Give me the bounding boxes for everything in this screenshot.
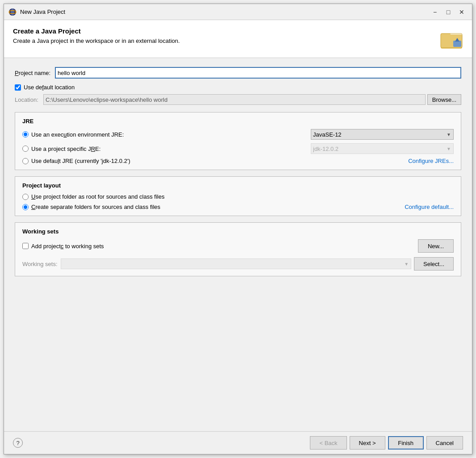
project-layout-section: Project layout Use project folder as roo…: [15, 176, 461, 216]
layout-option2-row: Create separate folders for sources and …: [22, 204, 454, 210]
configure-default-link[interactable]: Configure default...: [405, 204, 454, 210]
add-working-sets-label: Add projectc to working sets: [31, 243, 104, 250]
new-working-set-button[interactable]: New...: [418, 239, 454, 253]
add-working-sets-checkbox-row: Add projectc to working sets: [22, 243, 418, 250]
location-input[interactable]: [43, 94, 426, 105]
jre-option3-row: Use default JRE (currently 'jdk-12.0.2')…: [22, 158, 454, 164]
dialog-title: Create a Java Project: [13, 27, 180, 35]
location-label: Location:: [15, 96, 42, 103]
help-button[interactable]: ?: [13, 438, 23, 448]
svg-rect-6: [453, 41, 461, 47]
titlebar-controls: − □ ✕: [429, 7, 468, 17]
jre-option2-radio[interactable]: [22, 146, 29, 152]
dialog-subtitle: Create a Java project in the workspace o…: [13, 37, 180, 44]
working-sets-select-wrapper: ▼: [61, 258, 411, 269]
svg-rect-4: [441, 33, 451, 37]
use-default-location-row: Use default location: [15, 84, 461, 91]
layout-option1-radio[interactable]: [22, 194, 29, 200]
jre-option1-row: Use an execution environment JRE: JavaSE…: [22, 129, 454, 140]
jre-option2-label: Use a project specific JRE:: [31, 146, 311, 152]
jre-section-title: JRE: [22, 118, 454, 125]
project-name-row: Project name:: [15, 67, 461, 79]
use-default-location-checkbox[interactable]: [15, 84, 21, 91]
layout-option1-row: Use project folder as root for sources a…: [22, 193, 454, 200]
svg-point-1: [11, 8, 14, 16]
add-working-sets-row: Add projectc to working sets New...: [22, 239, 454, 253]
jre-option3-radio[interactable]: [22, 158, 29, 164]
project-name-input[interactable]: [55, 67, 461, 79]
titlebar: New Java Project − □ ✕: [4, 4, 472, 20]
jre-env-select[interactable]: JavaSE-12 JavaSE-11 JavaSE-8: [311, 129, 454, 140]
layout-option2-radio[interactable]: [22, 204, 29, 210]
project-name-label: Project name:: [15, 70, 55, 76]
location-row: Location: Browse...: [15, 94, 461, 105]
working-sets-section: Working sets Add projectc to working set…: [15, 222, 461, 276]
window-title: New Java Project: [20, 8, 65, 15]
close-button[interactable]: ✕: [456, 7, 468, 17]
add-working-sets-checkbox[interactable]: [22, 243, 29, 249]
new-java-project-dialog: New Java Project − □ ✕ Create a Java Pro…: [4, 4, 472, 454]
working-sets-select: [61, 258, 411, 269]
maximize-button[interactable]: □: [443, 7, 454, 17]
jre-specific-select: jdk-12.0.2: [311, 143, 454, 154]
working-sets-row: Working sets: ▼ Select...: [22, 257, 454, 271]
use-default-location-label: Use default location: [24, 84, 75, 91]
back-button[interactable]: < Back: [310, 436, 347, 450]
jre-option3-label: Use default JRE (currently 'jdk-12.0.2'): [31, 158, 408, 164]
working-sets-title: Working sets: [22, 228, 454, 235]
finish-button[interactable]: Finish: [388, 436, 424, 450]
jre-env-select-wrapper: JavaSE-12 JavaSE-11 JavaSE-8 ▼: [311, 129, 454, 140]
next-button[interactable]: Next >: [350, 436, 385, 450]
configure-jres-link[interactable]: Configure JREs...: [408, 158, 454, 164]
browse-button[interactable]: Browse...: [427, 94, 461, 105]
working-sets-label: Working sets:: [22, 261, 58, 267]
dialog-content: Project name: Use default location Locat…: [4, 58, 472, 431]
jre-section: JRE Use an execution environment JRE: Ja…: [15, 112, 461, 170]
dialog-header: Create a Java Project Create a Java proj…: [4, 20, 472, 58]
dialog-footer: ? < Back Next > Finish Cancel: [4, 431, 472, 454]
cancel-button[interactable]: Cancel: [426, 436, 463, 450]
project-layout-title: Project layout: [22, 182, 454, 189]
header-text: Create a Java Project Create a Java proj…: [13, 27, 180, 44]
jre-option1-radio[interactable]: [22, 131, 29, 137]
eclipse-icon: [8, 8, 17, 16]
layout-option1-label: Use project folder as root for sources a…: [31, 193, 454, 200]
select-working-sets-button[interactable]: Select...: [414, 257, 454, 271]
minimize-button[interactable]: −: [429, 7, 441, 17]
jre-option2-row: Use a project specific JRE: jdk-12.0.2 ▼: [22, 143, 454, 154]
folder-icon: [440, 27, 463, 50]
jre-option1-label: Use an execution environment JRE:: [31, 131, 311, 138]
titlebar-left: New Java Project: [8, 8, 65, 16]
layout-option2-label: Create separate folders for sources and …: [31, 204, 405, 210]
jre-specific-select-wrapper: jdk-12.0.2 ▼: [311, 143, 454, 154]
